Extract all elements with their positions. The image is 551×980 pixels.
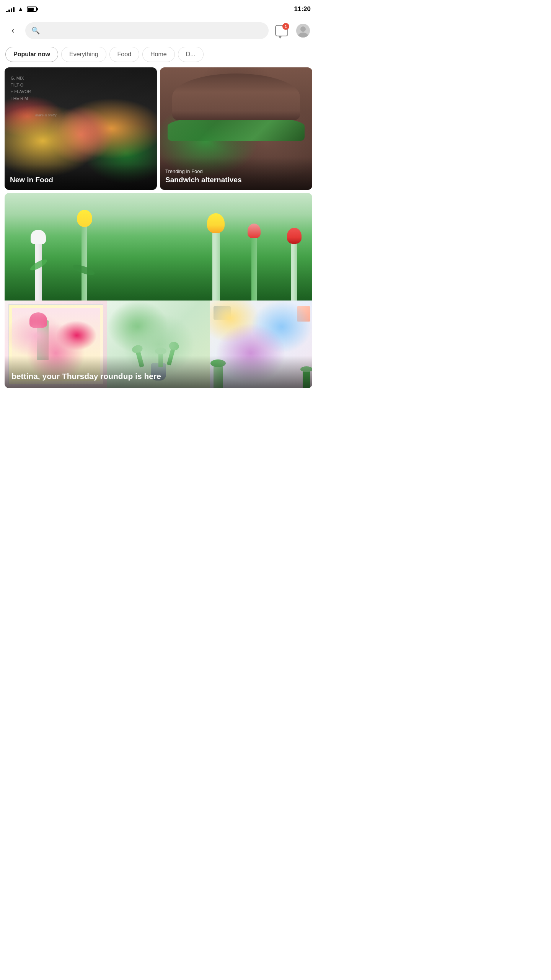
status-bar-left: ▲: [6, 6, 37, 13]
status-bar: ▲ 11:20: [0, 0, 317, 18]
tab-popular-now[interactable]: Popular now: [5, 47, 58, 62]
signal-icon: [6, 6, 15, 12]
back-button[interactable]: ‹: [5, 23, 21, 38]
card-sandwich-alternatives[interactable]: Trending in Food Sandwich alternatives: [160, 67, 312, 190]
notification-badge: 1: [282, 23, 289, 30]
tulip-red: [291, 241, 297, 300]
tulip-stem-extra: [251, 236, 257, 300]
svg-point-1: [298, 33, 308, 38]
card-new-in-food[interactable]: G. MIXTILT·O+ FLAVORTHE RIM make & prett…: [5, 67, 157, 190]
status-bar-right: 11:20: [294, 5, 311, 13]
bettina-label: bettina, your Thursday roundup is here: [5, 356, 312, 388]
svg-point-0: [300, 26, 306, 32]
tab-everything[interactable]: Everything: [61, 47, 106, 62]
card-bettina-roundup[interactable]: bettina, your Thursday roundup is here: [5, 193, 312, 388]
drinks-text-overlay: G. MIXTILT·O+ FLAVORTHE RIM: [11, 75, 31, 102]
room-object-2: [297, 306, 310, 322]
sandwich-lettuce: [168, 116, 305, 141]
room-object: [214, 306, 231, 320]
tulip-yellow: [212, 230, 220, 300]
make-pretty-label: make & pretty: [35, 113, 57, 117]
tab-food[interactable]: Food: [109, 47, 139, 62]
painting-flower: [29, 312, 47, 328]
search-input[interactable]: [44, 27, 262, 34]
profile-icon: [296, 24, 310, 38]
new-in-food-title: New in Food: [10, 176, 152, 185]
bettina-title: bettina, your Thursday roundup is here: [11, 371, 305, 381]
filter-tabs: Popular now Everything Food Home D...: [0, 43, 317, 66]
profile-avatar-svg: [296, 24, 310, 38]
content-area: G. MIXTILT·O+ FLAVORTHE RIM make & prett…: [0, 66, 317, 394]
sandwich-category: Trending in Food: [165, 168, 307, 174]
tulips-main: [5, 193, 312, 301]
sandwich-bun-top: [172, 74, 300, 120]
sandwich-label: Trending in Food Sandwich alternatives: [160, 157, 312, 190]
sandwich-title: Sandwich alternatives: [165, 176, 307, 185]
painting-stem: [37, 320, 49, 360]
tulip-white: [35, 241, 42, 300]
top-nav: ‹ 🔍 1: [0, 18, 317, 43]
tab-home[interactable]: Home: [142, 47, 175, 62]
search-bar[interactable]: 🔍: [25, 22, 269, 39]
profile-button[interactable]: [295, 22, 311, 39]
battery-icon: [27, 7, 37, 12]
back-icon: ‹: [11, 26, 14, 36]
tab-d[interactable]: D...: [178, 47, 204, 62]
tulip-stem-2: [82, 225, 87, 300]
new-in-food-label: New in Food: [5, 164, 157, 190]
status-time: 11:20: [294, 5, 311, 13]
chat-button[interactable]: 1: [273, 22, 290, 39]
search-icon: 🔍: [31, 26, 40, 35]
wifi-icon: ▲: [18, 6, 24, 13]
top-row: G. MIXTILT·O+ FLAVORTHE RIM make & prett…: [5, 67, 312, 190]
